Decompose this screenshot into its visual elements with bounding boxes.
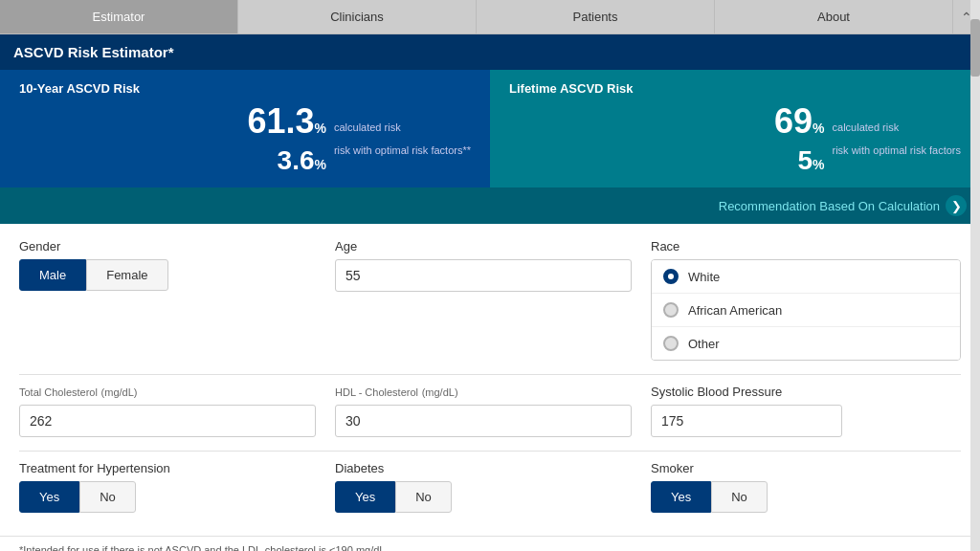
- lifetime-optimal-value: 5: [797, 145, 813, 176]
- recommendation-bar[interactable]: Recommendation Based On Calculation ❯: [0, 187, 980, 224]
- form-row-2: Total Cholesterol (mg/dL) HDL - Choleste…: [19, 385, 961, 437]
- hypertension-label: Treatment for Hypertension: [19, 461, 316, 475]
- lifetime-risk-panel: Lifetime ASCVD Risk 69 % 5 % calculated …: [490, 70, 980, 187]
- systolic-bp-input[interactable]: [651, 405, 842, 437]
- total-cholesterol-label: Total Cholesterol (mg/dL): [19, 385, 316, 399]
- race-african-american-option[interactable]: African American: [652, 294, 960, 327]
- total-cholesterol-field: Total Cholesterol (mg/dL): [19, 385, 316, 437]
- hypertension-toggle-group: Yes No: [19, 481, 316, 513]
- footer-notes: *Intended for use if there is not ASCVD …: [0, 536, 980, 551]
- risk-panels: 10-Year ASCVD Risk 61.3 % 3.6 % calculat…: [0, 70, 980, 187]
- lifetime-calculated-value: 69: [774, 101, 813, 142]
- smoker-no-button[interactable]: No: [711, 481, 768, 513]
- hypertension-yes-button[interactable]: Yes: [19, 481, 79, 513]
- gender-field: Gender Male Female: [19, 239, 316, 291]
- diabetes-yes-button[interactable]: Yes: [335, 481, 395, 513]
- lifetime-risk-title: Lifetime ASCVD Risk: [509, 81, 961, 96]
- scrollbar-thumb[interactable]: [970, 19, 980, 77]
- race-african-american-label: African American: [688, 303, 782, 318]
- diabetes-field: Diabetes Yes No: [335, 461, 632, 513]
- lifetime-optimal-label: risk with optimal risk factors: [833, 143, 961, 157]
- hypertension-no-button[interactable]: No: [79, 481, 136, 513]
- gender-label: Gender: [19, 239, 316, 253]
- nav-tab-about[interactable]: About: [715, 0, 953, 33]
- race-radio-group: White African American Other: [651, 259, 961, 361]
- race-other-radio: [663, 336, 679, 351]
- recommendation-arrow-icon[interactable]: ❯: [946, 195, 967, 216]
- hdl-cholesterol-label: HDL - Cholesterol (mg/dL): [335, 385, 632, 399]
- diabetes-toggle-group: Yes No: [335, 481, 632, 513]
- form-row-1: Gender Male Female Age Race White: [19, 239, 961, 361]
- age-field: Age: [335, 239, 632, 292]
- smoker-yes-button[interactable]: Yes: [651, 481, 711, 513]
- systolic-bp-label: Systolic Blood Pressure: [651, 385, 961, 399]
- gender-male-button[interactable]: Male: [19, 259, 86, 291]
- form-row-3: Treatment for Hypertension Yes No Diabet…: [19, 461, 961, 513]
- hdl-cholesterol-field: HDL - Cholesterol (mg/dL): [335, 385, 632, 437]
- app-title: ASCVD Risk Estimator*: [0, 34, 980, 70]
- smoker-label: Smoker: [651, 461, 961, 475]
- race-african-american-radio: [663, 302, 679, 318]
- race-other-label: Other: [688, 337, 720, 351]
- ten-year-optimal-label: risk with optimal risk factors**: [334, 143, 471, 157]
- nav-tab-estimator[interactable]: Estimator: [0, 0, 238, 33]
- race-other-option[interactable]: Other: [652, 327, 960, 360]
- form-area: Gender Male Female Age Race White: [0, 224, 980, 536]
- lifetime-optimal-sup: %: [813, 157, 824, 172]
- ten-year-calculated-value: 61.3: [247, 101, 314, 142]
- age-label: Age: [335, 239, 632, 253]
- race-white-radio: [663, 269, 679, 284]
- race-label: Race: [651, 239, 961, 253]
- smoker-field: Smoker Yes No: [651, 461, 961, 513]
- nav-tab-patients[interactable]: Patients: [477, 0, 715, 33]
- race-field: Race White African American Other: [651, 239, 961, 361]
- total-cholesterol-input[interactable]: [19, 405, 316, 437]
- divider-1: [19, 374, 961, 375]
- nav-tab-clinicians[interactable]: Clinicians: [238, 0, 477, 33]
- ten-year-optimal-value: 3.6: [278, 145, 315, 176]
- gender-female-button[interactable]: Female: [86, 259, 167, 291]
- ten-year-calculated-label: calculated risk: [334, 121, 471, 134]
- recommendation-label: Recommendation Based On Calculation: [719, 199, 940, 213]
- gender-toggle-group: Male Female: [19, 259, 316, 291]
- ten-year-calculated-sup: %: [315, 121, 326, 136]
- divider-2: [19, 451, 961, 452]
- footnote-1: *Intended for use if there is not ASCVD …: [19, 542, 961, 551]
- hypertension-field: Treatment for Hypertension Yes No: [19, 461, 316, 513]
- diabetes-no-button[interactable]: No: [395, 481, 452, 513]
- smoker-toggle-group: Yes No: [651, 481, 961, 513]
- ten-year-risk-panel: 10-Year ASCVD Risk 61.3 % 3.6 % calculat…: [0, 70, 490, 187]
- race-white-label: White: [688, 270, 720, 284]
- diabetes-label: Diabetes: [335, 461, 632, 475]
- ten-year-optimal-sup: %: [315, 157, 326, 172]
- top-navigation: Estimator Clinicians Patients About ⌃: [0, 0, 980, 34]
- lifetime-calculated-label: calculated risk: [833, 121, 961, 134]
- hdl-cholesterol-input[interactable]: [335, 405, 632, 437]
- race-white-option[interactable]: White: [652, 260, 960, 294]
- systolic-bp-field: Systolic Blood Pressure: [651, 385, 961, 437]
- ten-year-risk-title: 10-Year ASCVD Risk: [19, 81, 471, 96]
- scrollbar[interactable]: [970, 0, 980, 551]
- age-input[interactable]: [335, 259, 632, 292]
- lifetime-calculated-sup: %: [813, 121, 824, 136]
